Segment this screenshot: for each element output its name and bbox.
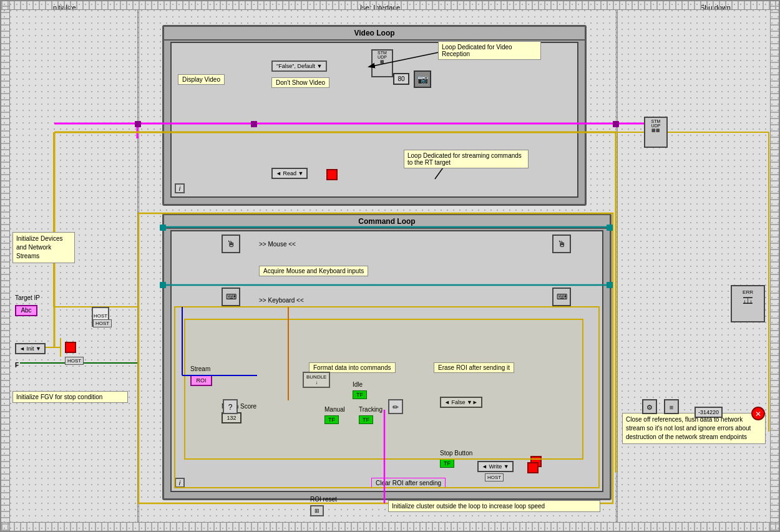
node-purple-3 <box>613 121 619 127</box>
f-label: F <box>15 362 19 369</box>
video-loop-title: Video Loop <box>164 27 585 41</box>
inner-loop-box <box>184 319 583 460</box>
read-button-video[interactable]: ◄ Read ▼ <box>271 168 308 179</box>
left-border <box>1 1 10 531</box>
abc-input[interactable]: Abc <box>15 305 37 316</box>
roi-reset-ctrl[interactable]: ⊞ <box>310 505 324 516</box>
stop-button-video <box>326 169 338 180</box>
command-loop-title: Command Loop <box>164 215 610 229</box>
write-button[interactable]: ◄ Write ▼ <box>477 461 514 472</box>
bottom-border <box>1 522 779 531</box>
host-terminal-init: HOST <box>65 357 84 365</box>
mouse-label: >> Mouse << <box>259 241 296 248</box>
num-block-right: -314220 <box>695 407 723 418</box>
node-teal-1 <box>160 225 166 231</box>
action-block-2: ≡ <box>664 399 679 414</box>
loop-video-annotation: Loop Dedicated for Video Reception <box>438 41 541 60</box>
info-icon-video: i <box>175 183 185 193</box>
num-80-control[interactable]: 80 <box>393 73 409 85</box>
video-loop-inner: Display Video "False", Default ▼ Don't S… <box>170 42 578 198</box>
mouse-icon-right: 🖱 <box>552 235 571 253</box>
command-loop-panel: Command Loop >> Mouse << >> Keyboard << … <box>162 213 612 500</box>
right-border <box>770 1 779 531</box>
target-ip-label: Target IP <box>15 294 40 301</box>
init-cluster-annotation: Initialize cluster outside the loop to i… <box>388 500 600 512</box>
stop-square-write <box>527 462 539 473</box>
loop-streaming-annotation: Loop Dedicated for streaming commands to… <box>404 150 529 168</box>
stop-square-init <box>65 342 76 353</box>
action-block-1: ⚙ <box>642 399 657 414</box>
keyboard-icon-right: ⌨ <box>552 288 571 306</box>
error-block-right: ERR━┯━┷┷┷ <box>731 285 765 322</box>
stm-udp-shutdown: STMUDP▦▦ <box>644 117 668 148</box>
question-mark-block: ? <box>223 399 238 414</box>
clear-roi-label: Clear ROI after sending <box>371 478 446 488</box>
node-purple-1 <box>135 121 141 127</box>
host-terminal-2: HOST <box>93 319 112 327</box>
command-loop-inner: >> Mouse << >> Keyboard << Acquire Mouse… <box>170 230 603 492</box>
top-border <box>1 1 779 10</box>
init-fgv-annotation: Initialize FGV for stop condition <box>12 391 128 403</box>
mouse-icon-left: 🖱 <box>222 235 240 253</box>
keyboard-label: >> Keyboard << <box>259 297 304 304</box>
init-devices-annotation: Initialize Devices and Network Streams <box>12 232 75 263</box>
stop-button-tf[interactable]: TF <box>440 459 454 468</box>
edit-icon: ✏ <box>388 399 403 414</box>
display-video-label: Display Video <box>178 74 225 85</box>
dont-show-video-label: Don't Show Video <box>271 77 329 88</box>
keyboard-icon-left: ⌨ <box>222 288 240 306</box>
init-button[interactable]: ◄ Init ▼ <box>15 343 46 354</box>
roi-reset-label: ROI reset <box>310 496 337 503</box>
node-teal-2 <box>607 225 613 231</box>
stm-udp-block-video: STMUDP▦ <box>371 49 393 77</box>
node-teal-4 <box>607 282 613 288</box>
false-default-ctrl[interactable]: "False", Default ▼ <box>271 60 327 72</box>
info-icon-command: i <box>175 478 185 488</box>
node-teal-3 <box>160 282 166 288</box>
right-divider <box>616 10 618 522</box>
acquire-label: Acquire Mouse and Keyboard inputs <box>259 266 368 276</box>
host-terminal-write: HOST <box>485 473 504 481</box>
left-divider <box>137 10 139 522</box>
camera-icon: 📷 <box>414 70 431 88</box>
node-purple-2 <box>251 121 257 127</box>
main-diagram: Initialize User Interface Shutdown Video… <box>0 0 780 532</box>
error-x-right: ✕ <box>751 407 765 420</box>
